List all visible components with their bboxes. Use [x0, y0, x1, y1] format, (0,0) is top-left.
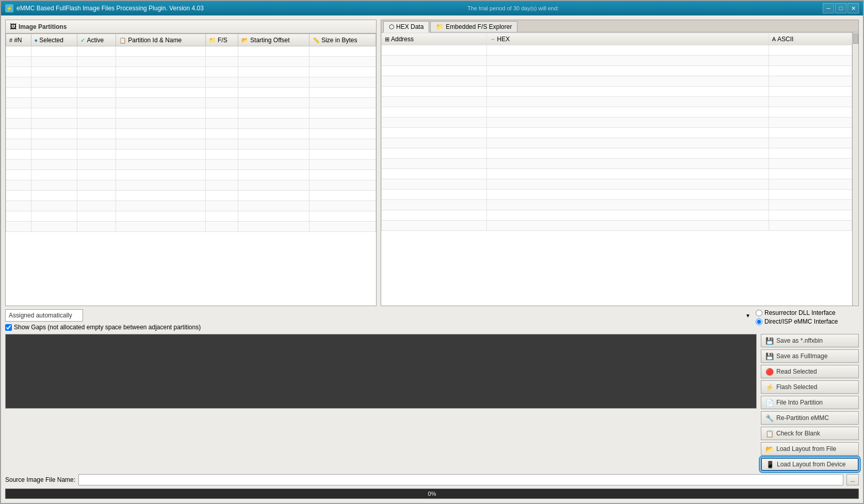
load-layout-file-icon: 📂: [765, 445, 774, 453]
content-area: 🖼 Image Partitions ##N ●Selected ✓Active…: [1, 15, 863, 503]
hex-data-tab-icon: ⬡: [389, 23, 394, 30]
flash-selected-icon: ⚡: [765, 383, 774, 391]
table-row[interactable]: [6, 57, 376, 67]
col-address[interactable]: ⊞Address: [382, 33, 487, 45]
table-row[interactable]: [6, 67, 376, 77]
save-nffxbin-button[interactable]: 💾 Save as *.nffxbin: [761, 334, 859, 347]
show-gaps-label: Show Gaps (not allocated empty space bet…: [14, 324, 201, 331]
table-row[interactable]: [6, 77, 376, 88]
col-size[interactable]: 📏Size in Bytes: [309, 34, 376, 46]
close-button[interactable]: ✕: [847, 3, 859, 13]
table-row[interactable]: [6, 108, 376, 119]
col-offset[interactable]: 📂Starting Offset: [238, 34, 309, 46]
save-fullimage-label: Save as FullImage: [776, 352, 827, 360]
check-for-blank-button[interactable]: 📋 Check for Blank: [761, 427, 859, 440]
interface-radio-group: Resurrector DLL Interface Direct/ISP eMM…: [756, 309, 859, 325]
read-selected-icon: 🔴: [765, 368, 774, 376]
col-num[interactable]: ##N: [6, 34, 31, 46]
log-panel: [5, 334, 757, 409]
save-nffxbin-label: Save as *.nffxbin: [776, 337, 823, 344]
source-input[interactable]: [78, 474, 843, 485]
table-row: [382, 128, 852, 138]
col-ascii[interactable]: AASCII: [769, 33, 852, 45]
partitions-table-container[interactable]: ##N ●Selected ✓Active 📋Partition Id & Na…: [6, 33, 376, 306]
hex-data-tab-label: HEX Data: [396, 23, 423, 30]
table-row: [382, 66, 852, 76]
embedded-fs-tab-icon: 📁: [436, 23, 444, 30]
table-row[interactable]: [6, 88, 376, 98]
image-partitions-header: 🖼 Image Partitions: [6, 20, 376, 33]
table-row[interactable]: [6, 129, 376, 139]
minimize-button[interactable]: ─: [823, 3, 834, 13]
save-nffxbin-icon: 💾: [765, 337, 774, 345]
top-panels: 🖼 Image Partitions ##N ●Selected ✓Active…: [5, 20, 859, 306]
table-row: [382, 169, 852, 179]
read-selected-label: Read Selected: [776, 368, 817, 375]
partitions-table: ##N ●Selected ✓Active 📋Partition Id & Na…: [6, 33, 376, 232]
browse-button[interactable]: ...: [846, 474, 859, 485]
check-for-blank-icon: 📋: [765, 430, 774, 438]
table-row[interactable]: [6, 222, 376, 232]
table-row[interactable]: [6, 160, 376, 170]
table-row[interactable]: [6, 191, 376, 201]
hex-tabs: ⬡ HEX Data 📁 Embedded F/S Explorer: [381, 20, 858, 32]
col-fs[interactable]: 📁F/S: [206, 34, 238, 46]
table-row[interactable]: [6, 46, 376, 57]
col-partition-id[interactable]: 📋Partition Id & Name: [116, 34, 206, 46]
tab-hex-data[interactable]: ⬡ HEX Data: [383, 21, 429, 32]
maximize-button[interactable]: □: [835, 3, 846, 13]
mid-row: Assigned automatically ▼ Show Gaps (not …: [5, 309, 859, 331]
load-layout-file-button[interactable]: 📂 Load Layout from File: [761, 442, 859, 456]
table-row[interactable]: [6, 139, 376, 149]
table-row: [382, 200, 852, 210]
tab-embedded-fs[interactable]: 📁 Embedded F/S Explorer: [430, 21, 517, 32]
col-hex[interactable]: →HEX: [486, 33, 769, 45]
table-row: [382, 148, 852, 159]
file-into-partition-button[interactable]: 📄 File Into Partition: [761, 396, 859, 409]
log-content[interactable]: [6, 334, 756, 408]
assignment-dropdown-wrapper: Assigned automatically ▼: [5, 309, 753, 322]
table-row[interactable]: [6, 211, 376, 222]
table-row: [382, 159, 852, 169]
table-row[interactable]: [6, 180, 376, 191]
radio-direct[interactable]: [756, 318, 762, 325]
show-gaps-checkbox[interactable]: [5, 324, 12, 331]
table-row: [382, 221, 852, 231]
table-row[interactable]: [6, 149, 376, 160]
table-row[interactable]: [6, 201, 376, 211]
load-layout-device-label: Load Layout from Device: [777, 461, 845, 468]
radio-resurrector-label: Resurrector DLL Interface: [764, 309, 836, 316]
table-row[interactable]: [6, 119, 376, 129]
save-fullimage-icon: 💾: [765, 352, 774, 360]
radio-direct-item: Direct/ISP eMMC Interface: [756, 318, 859, 325]
save-fullimage-button[interactable]: 💾 Save as FullImage: [761, 349, 859, 363]
progress-label: 0%: [428, 491, 436, 497]
window-title: eMMC Based FullFlash Image Files Process…: [17, 5, 204, 12]
dropdown-arrow-icon: ▼: [745, 313, 751, 318]
load-layout-device-button[interactable]: 📱 Load Layout from Device: [761, 458, 859, 471]
right-buttons: 💾 Save as *.nffxbin 💾 Save as FullImage …: [761, 334, 859, 471]
progress-bar: 0%: [5, 489, 859, 499]
source-label: Source Image File Name:: [5, 476, 75, 483]
re-partition-label: Re-Partition eMMC: [776, 414, 829, 422]
assignment-dropdown[interactable]: Assigned automatically: [5, 309, 83, 322]
col-selected[interactable]: ●Selected: [31, 34, 77, 46]
table-row[interactable]: [6, 170, 376, 180]
re-partition-button[interactable]: 🔧 Re-Partition eMMC: [761, 411, 859, 425]
hex-scrollbar-thumb[interactable]: [853, 33, 858, 44]
table-row: [382, 117, 852, 128]
table-row[interactable]: [6, 98, 376, 108]
col-active[interactable]: ✓Active: [77, 34, 116, 46]
table-row: [382, 210, 852, 221]
flash-selected-button[interactable]: ⚡ Flash Selected: [761, 380, 859, 394]
show-gaps-row: Show Gaps (not allocated empty space bet…: [5, 324, 753, 331]
table-row: [382, 138, 852, 148]
radio-resurrector[interactable]: [756, 310, 762, 316]
table-row: [382, 87, 852, 97]
hex-panel: ⬡ HEX Data 📁 Embedded F/S Explorer ⊞Ad: [381, 20, 859, 306]
check-for-blank-label: Check for Blank: [776, 430, 820, 437]
load-layout-file-label: Load Layout from File: [776, 445, 836, 452]
read-selected-button[interactable]: 🔴 Read Selected: [761, 365, 859, 378]
hex-table-container[interactable]: ⊞Address →HEX AASCII: [381, 32, 852, 306]
hex-scrollbar[interactable]: [852, 32, 858, 306]
